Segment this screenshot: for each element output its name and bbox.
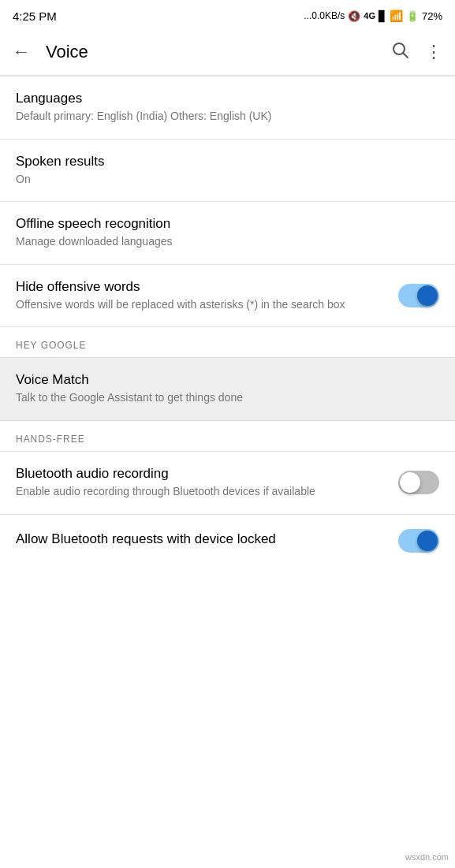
offline-speech-subtitle: Manage downloaded languages [16,234,439,250]
signal-icon: ▊ [379,10,386,22]
data-icon: 4G [364,11,375,20]
toggle-thumb-bluetooth-audio [400,472,420,493]
status-bar: 4:25 PM ...0.0KB/s 🔇 4G ▊ 📶 🔋 72% [0,0,455,28]
offline-speech-title: Offline speech recognition [16,216,439,232]
battery-percent: 72% [422,10,442,22]
bluetooth-audio-subtitle: Enable audio recording through Bluetooth… [16,484,386,500]
bluetooth-requests-text: Allow Bluetooth requests with device loc… [16,531,386,549]
bluetooth-requests-item[interactable]: Allow Bluetooth requests with device loc… [0,515,455,567]
hide-offensive-item[interactable]: Hide offensive words Offensive words wil… [0,265,455,327]
hide-offensive-subtitle: Offensive words will be replaced with as… [16,297,386,313]
battery-icon: 🔋 [406,10,419,22]
toggle-thumb-bluetooth-requests [417,531,438,551]
languages-title: Languages [16,91,439,106]
hide-offensive-text: Hide offensive words Offensive words wil… [16,279,386,313]
spoken-results-subtitle: On [16,172,439,188]
app-bar-actions: ⋮ [390,40,442,64]
hey-google-section-header: HEY GOOGLE [0,327,455,357]
voice-match-item[interactable]: Voice Match Talk to the Google Assistant… [0,358,455,420]
bluetooth-audio-title: Bluetooth audio recording [16,466,386,482]
page-title: Voice [46,42,390,62]
mute-icon: 🔇 [348,10,360,22]
more-options-icon[interactable]: ⋮ [425,42,442,62]
toggle-track-bluetooth-requests [398,529,439,553]
status-time: 4:25 PM [13,9,57,23]
bluetooth-audio-text: Bluetooth audio recording Enable audio r… [16,466,386,500]
bluetooth-audio-toggle[interactable] [398,471,439,494]
hide-offensive-toggle[interactable] [398,284,439,307]
status-icons: ...0.0KB/s 🔇 4G ▊ 📶 🔋 72% [304,9,442,22]
bluetooth-requests-title: Allow Bluetooth requests with device loc… [16,531,386,547]
spoken-results-title: Spoken results [16,154,439,170]
languages-item[interactable]: Languages Default primary: English (Indi… [0,76,455,139]
network-indicator: ...0.0KB/s [304,10,345,21]
spoken-results-item[interactable]: Spoken results On [0,140,455,202]
search-icon[interactable] [390,40,409,64]
offline-speech-item[interactable]: Offline speech recognition Manage downlo… [0,202,455,264]
toggle-track-bluetooth-audio [398,471,439,494]
offline-speech-text: Offline speech recognition Manage downlo… [16,216,439,250]
toggle-thumb-hide-offensive [417,285,438,306]
app-bar: ← Voice ⋮ [0,28,455,76]
watermark: wsxdn.com [405,852,449,862]
hands-free-section-header: HANDS-FREE [0,421,455,451]
bluetooth-audio-item[interactable]: Bluetooth audio recording Enable audio r… [0,452,455,514]
languages-text: Languages Default primary: English (Indi… [16,91,439,125]
back-button[interactable]: ← [13,42,30,62]
voice-match-subtitle: Talk to the Google Assistant to get thin… [16,390,439,406]
wifi-icon: 📶 [390,9,403,22]
spoken-results-text: Spoken results On [16,154,439,188]
toggle-track-hide-offensive [398,284,439,307]
voice-match-title: Voice Match [16,372,439,388]
voice-match-text: Voice Match Talk to the Google Assistant… [16,372,439,406]
svg-line-1 [404,53,408,58]
hide-offensive-title: Hide offensive words [16,279,386,295]
languages-subtitle: Default primary: English (India) Others:… [16,109,439,125]
bluetooth-requests-toggle[interactable] [398,529,439,553]
